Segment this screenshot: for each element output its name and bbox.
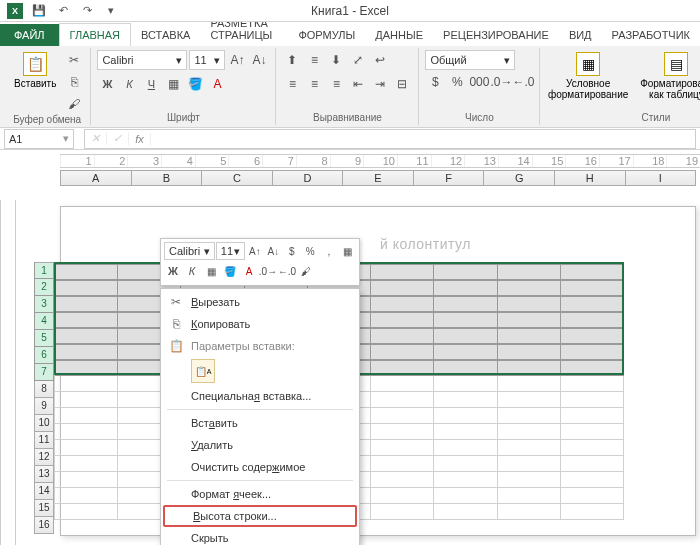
align-bottom-button[interactable]: ⬇ <box>326 50 346 70</box>
cell[interactable] <box>561 424 624 440</box>
cell[interactable] <box>55 329 118 344</box>
cell[interactable] <box>434 345 497 360</box>
header-placeholder[interactable]: й колонтитул <box>380 236 471 252</box>
row-headers[interactable]: 12345678910111213141516 <box>34 262 54 534</box>
ctx-hide[interactable]: Скрыть <box>163 527 357 545</box>
cell[interactable] <box>561 472 624 488</box>
cell[interactable] <box>561 408 624 424</box>
undo-button[interactable]: ↶ <box>52 1 74 21</box>
column-headers[interactable]: ABCDEFGHI <box>60 170 696 186</box>
mini-format-painter[interactable]: 🖌 <box>297 262 315 280</box>
cell[interactable] <box>371 297 434 312</box>
cell[interactable] <box>55 297 118 312</box>
border-button[interactable]: ▦ <box>163 74 183 94</box>
cell[interactable] <box>434 472 497 488</box>
row-header[interactable]: 4 <box>34 313 54 330</box>
column-header[interactable]: F <box>414 170 485 186</box>
cell[interactable] <box>371 313 434 328</box>
cell[interactable] <box>371 504 434 520</box>
cell[interactable] <box>498 456 561 472</box>
cell[interactable] <box>434 408 497 424</box>
column-header[interactable]: B <box>132 170 203 186</box>
ctx-row-height[interactable]: Высота строки... <box>163 505 357 527</box>
cut-button[interactable]: ✂ <box>64 50 84 70</box>
mini-bold[interactable]: Ж <box>164 262 182 280</box>
format-as-table-button[interactable]: ▤ Форматировать как таблицу <box>634 50 700 102</box>
comma-button[interactable]: 000 <box>469 72 489 92</box>
column-header[interactable]: C <box>202 170 273 186</box>
conditional-formatting-button[interactable]: ▦ Условное форматирование <box>546 50 629 102</box>
tab-insert[interactable]: ВСТАВКА <box>131 24 200 46</box>
ctx-cut[interactable]: ✂Вырезать <box>163 291 357 313</box>
row-header[interactable]: 11 <box>34 432 54 449</box>
tab-review[interactable]: РЕЦЕНЗИРОВАНИЕ <box>433 24 559 46</box>
cell[interactable] <box>434 440 497 456</box>
cell[interactable] <box>55 281 118 296</box>
mini-comma[interactable]: , <box>320 242 337 260</box>
cell[interactable] <box>561 297 624 312</box>
cell[interactable] <box>561 265 624 280</box>
ctx-delete[interactable]: Удалить <box>163 434 357 456</box>
cell[interactable] <box>434 456 497 472</box>
cell[interactable] <box>371 456 434 472</box>
qat-customize[interactable]: ▾ <box>100 1 122 21</box>
ctx-insert[interactable]: Вставить <box>163 412 357 434</box>
cell[interactable] <box>371 265 434 280</box>
column-header[interactable]: A <box>60 170 132 186</box>
cell[interactable] <box>498 297 561 312</box>
cell[interactable] <box>55 376 118 392</box>
cell[interactable] <box>561 361 624 376</box>
paste-option-default[interactable]: 📋A <box>191 359 215 383</box>
ctx-paste-special[interactable]: Специальная вставка... <box>163 385 357 407</box>
name-box[interactable]: A1▾ <box>4 129 74 149</box>
cell[interactable] <box>371 472 434 488</box>
cell[interactable] <box>561 440 624 456</box>
cell[interactable] <box>371 440 434 456</box>
cell[interactable] <box>55 504 118 520</box>
cell[interactable] <box>498 345 561 360</box>
cell[interactable] <box>55 361 118 376</box>
row-header[interactable]: 1 <box>34 262 54 279</box>
italic-button[interactable]: К <box>119 74 139 94</box>
cancel-formula-button[interactable]: ✕ <box>85 132 107 145</box>
cell[interactable] <box>55 345 118 360</box>
row-header[interactable]: 2 <box>34 279 54 296</box>
cell[interactable] <box>498 392 561 408</box>
mini-decrease-font[interactable]: A↓ <box>265 242 282 260</box>
column-header[interactable]: H <box>555 170 626 186</box>
mini-percent[interactable]: % <box>302 242 319 260</box>
column-header[interactable]: I <box>626 170 697 186</box>
cell[interactable] <box>561 281 624 296</box>
cell[interactable] <box>498 472 561 488</box>
underline-button[interactable]: Ч <box>141 74 161 94</box>
cell[interactable] <box>371 281 434 296</box>
mini-italic[interactable]: К <box>183 262 201 280</box>
cell[interactable] <box>561 488 624 504</box>
decrease-indent-button[interactable]: ⇤ <box>348 74 368 94</box>
decrease-font-button[interactable]: A↓ <box>249 50 269 70</box>
mini-border[interactable]: ▦ <box>202 262 220 280</box>
mini-borders[interactable]: ▦ <box>339 242 356 260</box>
cell[interactable] <box>55 408 118 424</box>
cell[interactable] <box>498 504 561 520</box>
cell[interactable] <box>498 313 561 328</box>
cell[interactable] <box>561 329 624 344</box>
copy-button[interactable]: ⎘ <box>64 72 84 92</box>
cell[interactable] <box>55 472 118 488</box>
ctx-copy[interactable]: ⎘Копировать <box>163 313 357 335</box>
cell[interactable] <box>434 313 497 328</box>
row-header[interactable]: 6 <box>34 347 54 364</box>
font-size-combo[interactable]: 11▾ <box>189 50 225 70</box>
tab-file[interactable]: ФАЙЛ <box>0 24 59 46</box>
cell[interactable] <box>498 281 561 296</box>
ctx-clear[interactable]: Очистить содержимое <box>163 456 357 478</box>
cell[interactable] <box>371 361 434 376</box>
cell[interactable] <box>55 265 118 280</box>
row-header[interactable]: 3 <box>34 296 54 313</box>
format-painter-button[interactable]: 🖌 <box>64 94 84 114</box>
mini-dec-decimal[interactable]: ←.0 <box>278 262 296 280</box>
font-color-button[interactable]: A <box>207 74 227 94</box>
column-header[interactable]: E <box>343 170 414 186</box>
redo-button[interactable]: ↷ <box>76 1 98 21</box>
mini-size-combo[interactable]: 11▾ <box>216 242 245 260</box>
